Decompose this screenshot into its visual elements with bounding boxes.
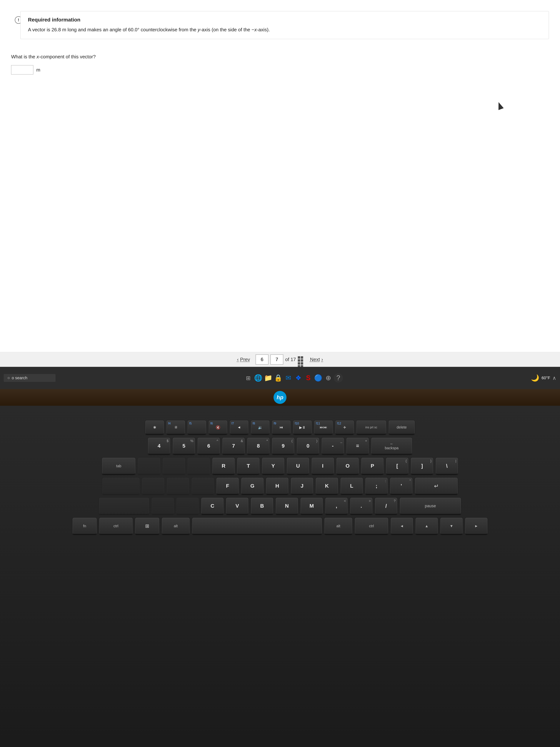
taskview-icon[interactable]: ⊞	[244, 373, 253, 383]
key-k[interactable]: K	[316, 478, 338, 494]
page-current[interactable]: 6	[256, 354, 268, 365]
key-ctrl-right[interactable]: ctrl	[355, 518, 388, 535]
key-p[interactable]: P	[361, 458, 383, 474]
key-f5[interactable]: f5	[188, 420, 206, 434]
key-r[interactable]: R	[212, 458, 235, 474]
key-f11[interactable]: f11⏭⏭	[314, 420, 333, 434]
key-5[interactable]: %5	[173, 438, 195, 455]
key-s[interactable]	[167, 478, 189, 494]
key-a[interactable]	[142, 478, 164, 494]
key-t[interactable]: T	[237, 458, 260, 474]
key-i[interactable]: I	[312, 458, 334, 474]
key-shift-left[interactable]	[99, 498, 149, 514]
key-slash[interactable]: ?/	[375, 498, 397, 514]
key-b[interactable]: B	[251, 498, 273, 514]
page-current2[interactable]: 7	[270, 354, 283, 365]
key-u[interactable]: U	[287, 458, 309, 474]
key-c[interactable]: C	[201, 498, 223, 514]
key-win[interactable]: ⊞	[135, 518, 159, 535]
prev-button[interactable]: ‹ Prev	[237, 357, 250, 362]
next-button[interactable]: Next ›	[310, 357, 323, 362]
taskbar: ○ o search ⊞ 🌐 📁 🔒 ✉ ❖ S 🔵 ⊕ ? �	[0, 367, 560, 389]
key-arrow-left[interactable]: ◄	[391, 518, 413, 535]
key-delete[interactable]: delete	[389, 420, 415, 434]
taskbar-search[interactable]: ○ o search	[4, 374, 56, 382]
key-y[interactable]: Y	[262, 458, 284, 474]
key-asterisk[interactable]: ✱	[145, 420, 164, 434]
key-l[interactable]: L	[341, 478, 363, 494]
key-m[interactable]: M	[300, 498, 323, 514]
dropbox-icon[interactable]: ❖	[294, 373, 303, 383]
key-f10[interactable]: f10▶⏸	[293, 420, 312, 434]
key-0[interactable]: )0	[297, 438, 319, 455]
key-equals[interactable]: +=	[346, 438, 369, 455]
key-backslash[interactable]: |\	[436, 458, 458, 474]
key-prtsc[interactable]: ins prt sc	[356, 420, 386, 434]
search-text: o search	[12, 376, 27, 380]
key-f12[interactable]: f12✈	[336, 420, 354, 434]
key-f[interactable]: F	[216, 478, 239, 494]
globe-icon[interactable]: 🔵	[314, 373, 323, 383]
key-z[interactable]	[152, 498, 174, 514]
key-j[interactable]: J	[291, 478, 313, 494]
key-alt-right[interactable]: alt	[324, 518, 352, 535]
key-rbracket[interactable]: }]	[411, 458, 433, 474]
key-o[interactable]: O	[337, 458, 359, 474]
key-9[interactable]: (9	[272, 438, 294, 455]
key-tab[interactable]: tab	[102, 458, 135, 474]
key-alt-left[interactable]: alt	[162, 518, 190, 535]
mail-icon[interactable]: ✉	[284, 373, 293, 383]
key-lbracket[interactable]: {[	[386, 458, 408, 474]
key-arrow-right[interactable]: ►	[465, 518, 487, 535]
key-f8[interactable]: f8🔉	[251, 420, 269, 434]
key-enter[interactable]: ↵	[415, 478, 458, 494]
key-h[interactable]: H	[266, 478, 288, 494]
key-4[interactable]: $4	[148, 438, 170, 455]
key-quote[interactable]: "'	[390, 478, 412, 494]
key-d[interactable]	[192, 478, 214, 494]
key-g[interactable]: G	[241, 478, 264, 494]
key-q[interactable]	[138, 458, 160, 474]
bottom-row: fn ctrl ⊞ alt alt ctrl ◄ ▲ ▼ ►	[73, 518, 487, 535]
key-semicolon[interactable]: :;	[365, 478, 388, 494]
number-row: $4 %5 ^6 &7 *8 (9 )0 _- += ← backspa	[148, 438, 412, 455]
key-x[interactable]	[177, 498, 199, 514]
required-info-text: A vector is 26.8 m long and makes an ang…	[28, 26, 541, 33]
edge-icon[interactable]: 🌐	[254, 373, 263, 383]
key-arrow-up[interactable]: ▲	[416, 518, 438, 535]
grid-icon[interactable]	[298, 356, 304, 363]
taskbar-icons-group: ⊞ 🌐 📁 🔒 ✉ ❖ S 🔵 ⊕ ?	[57, 373, 529, 383]
key-caps[interactable]	[102, 478, 139, 494]
key-n[interactable]: N	[276, 498, 298, 514]
key-6[interactable]: ^6	[197, 438, 220, 455]
key-fn[interactable]: fn	[73, 518, 97, 535]
nav-bar: ‹ Prev 6 7 of 17 Next ›	[0, 352, 560, 367]
key-f4[interactable]: f4🖥	[166, 420, 185, 434]
prev-chevron: ‹	[237, 357, 239, 362]
answer-input[interactable]	[11, 65, 33, 75]
key-shift-right[interactable]: pause	[400, 498, 461, 514]
page-of-text: of 17	[285, 357, 296, 362]
key-ctrl-left[interactable]: ctrl	[99, 518, 133, 535]
key-backspace[interactable]: ← backspa	[371, 438, 412, 455]
key-v[interactable]: V	[226, 498, 248, 514]
key-7[interactable]: &7	[222, 438, 245, 455]
app-circle-icon[interactable]: ⊕	[324, 373, 333, 383]
file-explorer-icon[interactable]: 📁	[264, 373, 273, 383]
app-s-icon[interactable]: S	[304, 373, 313, 383]
store-icon[interactable]: 🔒	[274, 373, 283, 383]
key-e[interactable]	[188, 458, 210, 474]
key-w[interactable]	[163, 458, 185, 474]
key-f7[interactable]: f7◄	[230, 420, 248, 434]
chevron-up-icon[interactable]: ∧	[553, 375, 556, 381]
key-f9[interactable]: f9⏮	[272, 420, 291, 434]
key-8[interactable]: *8	[247, 438, 269, 455]
key-f6[interactable]: f6🔇	[209, 420, 227, 434]
key-space[interactable]	[192, 518, 322, 535]
key-period[interactable]: >.	[350, 498, 372, 514]
key-comma[interactable]: <,	[325, 498, 348, 514]
next-label: Next	[310, 357, 320, 362]
key-minus[interactable]: _-	[322, 438, 344, 455]
key-arrow-down[interactable]: ▼	[441, 518, 462, 535]
help-icon[interactable]: ?	[334, 373, 343, 383]
